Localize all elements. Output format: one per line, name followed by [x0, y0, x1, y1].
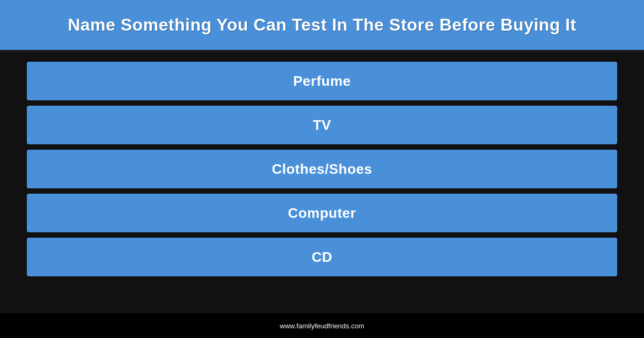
answer-bar-1[interactable]: Perfume	[27, 62, 617, 100]
question-title: Name Something You Can Test In The Store…	[21, 15, 623, 35]
answers-container: PerfumeTVClothes/ShoesComputerCD	[0, 52, 644, 313]
answer-label-1: Perfume	[293, 73, 351, 90]
footer-url: www.familyfeudfriends.com	[280, 322, 364, 330]
answer-bar-4[interactable]: Computer	[27, 194, 617, 232]
answer-label-3: Clothes/Shoes	[272, 161, 372, 178]
footer-section: www.familyfeudfriends.com	[0, 313, 644, 338]
answer-bar-3[interactable]: Clothes/Shoes	[27, 150, 617, 188]
answer-bar-2[interactable]: TV	[27, 106, 617, 144]
answer-bar-5[interactable]: CD	[27, 238, 617, 276]
answer-label-2: TV	[313, 117, 331, 134]
answer-label-4: Computer	[288, 205, 356, 222]
header-section: Name Something You Can Test In The Store…	[0, 0, 644, 52]
answer-label-5: CD	[312, 249, 333, 266]
